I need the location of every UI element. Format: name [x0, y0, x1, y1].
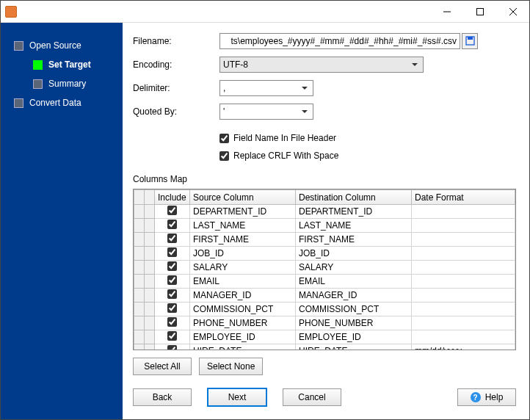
cell-include[interactable] [155, 275, 190, 289]
back-button[interactable]: Back [133, 388, 192, 406]
cell-source[interactable]: JOB_ID [190, 247, 296, 261]
row-handle [134, 289, 145, 303]
include-checkbox[interactable] [167, 233, 177, 243]
cell-dest[interactable]: MANAGER_ID [296, 289, 412, 303]
table-row[interactable]: JOB_IDJOB_ID [134, 247, 515, 261]
table-row[interactable]: COMMISSION_PCTCOMMISSION_PCT [134, 303, 515, 316]
sidebar-item-label: Summary [48, 79, 86, 89]
cell-dateformat[interactable] [412, 205, 515, 219]
row-handle2 [145, 289, 155, 303]
col-header-dateformat[interactable]: Date Format [412, 190, 515, 205]
svg-rect-1 [476, 8, 483, 15]
row-handle2 [145, 316, 155, 330]
include-checkbox[interactable] [167, 331, 177, 341]
cell-source[interactable]: EMAIL [190, 275, 296, 289]
quotedby-select[interactable] [219, 104, 313, 120]
app-icon [5, 6, 17, 18]
include-checkbox[interactable] [167, 303, 177, 313]
include-checkbox[interactable] [167, 289, 177, 299]
cell-include[interactable] [155, 219, 190, 233]
table-row[interactable]: DEPARTMENT_IDDEPARTMENT_ID [134, 205, 515, 219]
encoding-select[interactable] [219, 57, 424, 73]
cell-source[interactable]: DEPARTMENT_ID [190, 205, 296, 219]
cell-dest[interactable]: EMAIL [296, 275, 412, 289]
cell-include[interactable] [155, 233, 190, 247]
table-row[interactable]: EMPLOYEE_IDEMPLOYEE_ID [134, 330, 515, 344]
cell-source[interactable]: MANAGER_ID [190, 289, 296, 303]
include-checkbox[interactable] [167, 317, 177, 327]
cell-dest[interactable]: COMMISSION_PCT [296, 303, 412, 316]
filename-input[interactable] [219, 33, 460, 49]
cell-dateformat[interactable] [412, 275, 515, 289]
include-checkbox[interactable] [167, 220, 177, 229]
cell-dateformat[interactable]: mm/dd/yyyy [412, 344, 515, 351]
next-button[interactable]: Next [208, 388, 266, 406]
cell-source[interactable]: HIRE_DATE [190, 344, 296, 351]
browse-button[interactable] [462, 33, 478, 49]
cell-dest[interactable]: SALARY [296, 261, 412, 275]
cell-dest[interactable]: EMPLOYEE_ID [296, 330, 412, 344]
close-button[interactable] [496, 1, 529, 22]
include-checkbox[interactable] [167, 247, 177, 257]
cell-include[interactable] [155, 247, 190, 261]
sidebar-item-convert-data[interactable]: Convert Data [1, 93, 123, 112]
table-row[interactable]: PHONE_NUMBERPHONE_NUMBER [134, 316, 515, 330]
table-row[interactable]: MANAGER_IDMANAGER_ID [134, 289, 515, 303]
cell-include[interactable] [155, 303, 190, 316]
cell-dest[interactable]: DEPARTMENT_ID [296, 205, 412, 219]
sidebar-item-summary[interactable]: Summary [1, 74, 123, 93]
include-checkbox[interactable] [167, 275, 177, 285]
cell-dest[interactable]: HIRE_DATE [296, 344, 412, 351]
replace-crlf-checkbox[interactable] [219, 151, 229, 161]
cell-dateformat[interactable] [412, 233, 515, 247]
cell-source[interactable]: LAST_NAME [190, 219, 296, 233]
include-checkbox[interactable] [167, 206, 177, 215]
include-checkbox[interactable] [167, 345, 177, 350]
cell-dateformat[interactable] [412, 303, 515, 316]
cell-dateformat[interactable] [412, 247, 515, 261]
cell-include[interactable] [155, 316, 190, 330]
minimize-button[interactable] [430, 1, 463, 22]
cell-dateformat[interactable] [412, 330, 515, 344]
sidebar-item-open-source[interactable]: Open Source [1, 36, 123, 55]
replace-crlf-label: Replace CRLF With Space [233, 151, 338, 161]
table-row[interactable]: SALARYSALARY [134, 261, 515, 275]
table-row[interactable]: HIRE_DATEHIRE_DATEmm/dd/yyyy [134, 344, 515, 351]
cell-source[interactable]: COMMISSION_PCT [190, 303, 296, 316]
select-all-button[interactable]: Select All [133, 358, 192, 375]
cell-dateformat[interactable] [412, 219, 515, 233]
titlebar [1, 1, 529, 23]
cell-dateformat[interactable] [412, 261, 515, 275]
table-row[interactable]: EMAILEMAIL [134, 275, 515, 289]
select-none-button[interactable]: Select None [199, 358, 263, 375]
cell-include[interactable] [155, 261, 190, 275]
cell-dest[interactable]: PHONE_NUMBER [296, 316, 412, 330]
cell-dest[interactable]: LAST_NAME [296, 219, 412, 233]
cell-source[interactable]: EMPLOYEE_ID [190, 330, 296, 344]
cell-source[interactable]: FIRST_NAME [190, 233, 296, 247]
help-button[interactable]: ? Help [457, 388, 516, 406]
maximize-button[interactable] [463, 1, 496, 22]
cell-dateformat[interactable] [412, 289, 515, 303]
cell-dest[interactable]: FIRST_NAME [296, 233, 412, 247]
cell-source[interactable]: PHONE_NUMBER [190, 316, 296, 330]
fieldname-header-checkbox[interactable] [219, 134, 229, 143]
col-header-include[interactable]: Include [155, 190, 190, 205]
col-header-dest[interactable]: Destination Column [296, 190, 412, 205]
cell-source[interactable]: SALARY [190, 261, 296, 275]
cell-include[interactable] [155, 205, 190, 219]
delimiter-select[interactable] [219, 80, 313, 96]
row-handle2 [145, 303, 155, 316]
table-row[interactable]: FIRST_NAMEFIRST_NAME [134, 233, 515, 247]
cancel-button[interactable]: Cancel [283, 388, 341, 406]
table-row[interactable]: LAST_NAMELAST_NAME [134, 219, 515, 233]
sidebar-item-set-target[interactable]: Set Target [1, 55, 123, 74]
cell-dateformat[interactable] [412, 316, 515, 330]
cell-include[interactable] [155, 289, 190, 303]
cell-include[interactable] [155, 344, 190, 351]
cell-dest[interactable]: JOB_ID [296, 247, 412, 261]
cell-include[interactable] [155, 330, 190, 344]
col-header-source[interactable]: Source Column [190, 190, 296, 205]
row-handle [134, 275, 145, 289]
include-checkbox[interactable] [167, 261, 177, 271]
